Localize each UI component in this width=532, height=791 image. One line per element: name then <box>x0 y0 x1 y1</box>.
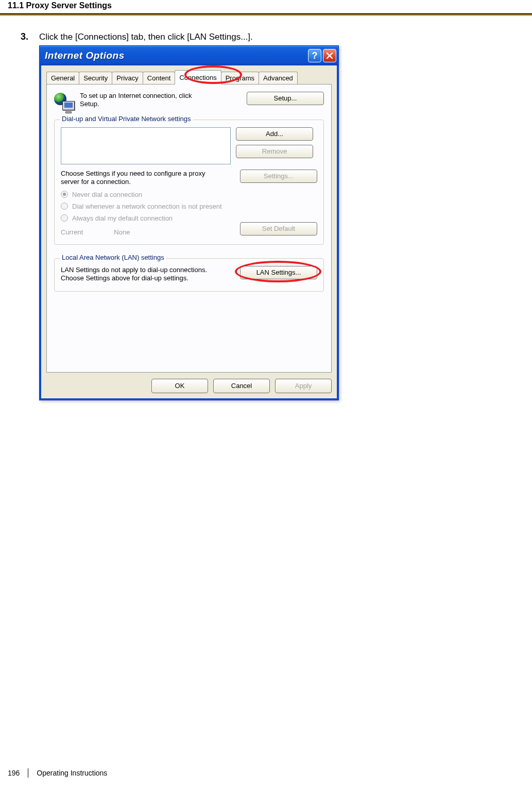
close-button[interactable] <box>323 49 336 62</box>
document-page: 11.1 Proxy Server Settings 3. Click the … <box>0 0 532 791</box>
add-button[interactable]: Add... <box>236 127 313 141</box>
step-number: 3. <box>21 31 33 42</box>
apply-button[interactable]: Apply <box>275 379 332 393</box>
footer-doc-title: Operating Instructions <box>37 769 107 777</box>
page-footer: 196 Operating Instructions <box>8 768 107 778</box>
step-row: 3. Click the [Connections] tab, then cli… <box>0 31 532 42</box>
dialog-wrapper: Internet Options ? General Security Priv… <box>39 45 532 400</box>
radio-never-dial[interactable]: Never dial a connection <box>61 191 317 198</box>
setup-text-line1: To set up an Internet connection, click <box>80 92 192 99</box>
setup-button[interactable]: Setup... <box>247 92 324 105</box>
lan-groupbox: Local Area Network (LAN) settings LAN Se… <box>54 258 324 292</box>
radio-whenever-label: Dial whenever a network connection is no… <box>72 203 222 210</box>
page-number: 196 <box>8 769 20 777</box>
radio-dial-whenever[interactable]: Dial whenever a network connection is no… <box>61 203 317 210</box>
dialup-group-title: Dial-up and Virtual Private Network sett… <box>60 115 193 123</box>
dialog-body: General Security Privacy Content Connect… <box>40 65 338 400</box>
help-button[interactable]: ? <box>308 49 321 62</box>
dialup-connection-list[interactable] <box>61 127 231 164</box>
internet-options-dialog: Internet Options ? General Security Priv… <box>39 45 339 400</box>
footer-separator <box>28 768 28 778</box>
tab-general[interactable]: General <box>46 72 79 84</box>
radio-never-label: Never dial a connection <box>72 191 142 198</box>
dialup-groupbox: Dial-up and Virtual Private Network sett… <box>54 120 324 245</box>
setup-text-line2: Setup. <box>80 100 99 108</box>
lan-group-title: Local Area Network (LAN) settings <box>60 254 166 261</box>
tab-programs[interactable]: Programs <box>221 72 259 84</box>
close-icon <box>326 52 333 59</box>
divider-accent <box>0 14 532 16</box>
lan-text-line2: Choose Settings above for dial-up settin… <box>61 274 188 282</box>
tab-privacy[interactable]: Privacy <box>112 72 143 84</box>
choose-text-line1: Choose Settings if you need to configure… <box>61 170 205 177</box>
settings-button[interactable]: Settings... <box>240 170 317 183</box>
choose-text-line2: server for a connection. <box>61 178 131 186</box>
monitor-icon <box>62 101 75 110</box>
radio-always-dial[interactable]: Always dial my default connection <box>61 214 317 222</box>
remove-button[interactable]: Remove <box>236 145 313 158</box>
connection-icon <box>54 93 75 113</box>
radio-icon <box>61 191 68 198</box>
step-instruction: Click the [Connections] tab, then click … <box>39 31 253 42</box>
tab-content-connections: To set up an Internet connection, click … <box>46 84 332 373</box>
monitor-base-icon <box>65 111 72 113</box>
cancel-button[interactable]: Cancel <box>213 379 270 393</box>
dialog-title: Internet Options <box>45 50 306 61</box>
tab-content[interactable]: Content <box>143 72 176 84</box>
current-label: Current <box>61 228 83 236</box>
tab-security[interactable]: Security <box>79 72 112 84</box>
radio-icon <box>61 214 68 222</box>
dialog-footer: OK Cancel Apply <box>46 379 332 393</box>
current-value: None <box>114 228 130 236</box>
lan-text-line1: LAN Settings do not apply to dial-up con… <box>61 266 207 274</box>
radio-icon <box>61 203 68 210</box>
section-title: 11.1 Proxy Server Settings <box>0 0 532 11</box>
set-default-button[interactable]: Set Default <box>240 222 317 235</box>
lan-settings-button[interactable]: LAN Settings... <box>240 266 317 279</box>
radio-always-label: Always dial my default connection <box>72 214 173 222</box>
dialog-titlebar[interactable]: Internet Options ? <box>40 46 338 65</box>
ok-button[interactable]: OK <box>151 379 208 393</box>
setup-row: To set up an Internet connection, click … <box>54 92 324 113</box>
tab-advanced[interactable]: Advanced <box>259 72 298 84</box>
tab-strip: General Security Privacy Content Connect… <box>46 70 332 84</box>
tab-connections[interactable]: Connections <box>175 70 221 85</box>
setup-text: To set up an Internet connection, click … <box>80 92 242 109</box>
